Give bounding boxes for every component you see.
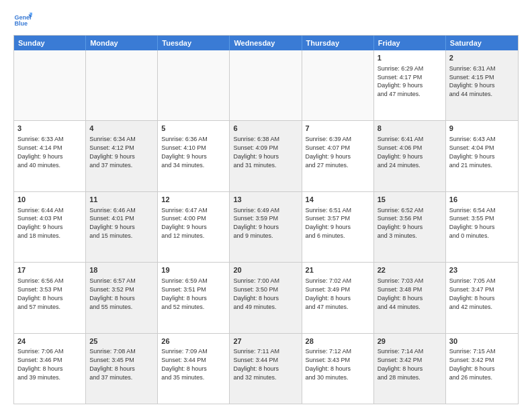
day-number: 21 — [306, 265, 370, 275]
day-number: 20 — [233, 265, 298, 275]
day-number: 15 — [378, 195, 442, 205]
cell-info: Sunrise: 6:39 AM Sunset: 4:07 PM Dayligh… — [306, 136, 352, 168]
cell-info: Sunrise: 6:33 AM Sunset: 4:14 PM Dayligh… — [17, 136, 64, 168]
cal-cell — [158, 50, 230, 120]
cal-cell: 30Sunrise: 7:15 AM Sunset: 3:42 PM Dayli… — [446, 334, 518, 404]
calendar-header: SundayMondayTuesdayWednesdayThursdayFrid… — [14, 36, 518, 50]
logo-icon: General Blue — [13, 11, 32, 30]
day-number: 13 — [233, 195, 298, 205]
cal-cell: 13Sunrise: 6:49 AM Sunset: 3:59 PM Dayli… — [230, 192, 302, 262]
cal-cell: 27Sunrise: 7:11 AM Sunset: 3:44 PM Dayli… — [230, 334, 302, 404]
cell-info: Sunrise: 6:47 AM Sunset: 4:00 PM Dayligh… — [161, 207, 208, 239]
cal-cell — [230, 50, 302, 120]
cal-cell: 11Sunrise: 6:46 AM Sunset: 4:01 PM Dayli… — [86, 192, 158, 262]
day-number: 6 — [233, 124, 298, 134]
cal-cell: 17Sunrise: 6:56 AM Sunset: 3:53 PM Dayli… — [14, 263, 86, 332]
cal-cell: 25Sunrise: 7:08 AM Sunset: 3:45 PM Dayli… — [86, 334, 158, 404]
header-day-tuesday: Tuesday — [158, 36, 230, 50]
cell-info: Sunrise: 6:34 AM Sunset: 4:12 PM Dayligh… — [89, 136, 136, 168]
cell-info: Sunrise: 6:46 AM Sunset: 4:01 PM Dayligh… — [89, 207, 136, 239]
day-number: 27 — [233, 336, 298, 347]
calendar-row-1: 3Sunrise: 6:33 AM Sunset: 4:14 PM Daylig… — [14, 120, 518, 191]
cell-info: Sunrise: 6:52 AM Sunset: 3:56 PM Dayligh… — [378, 207, 424, 239]
cell-info: Sunrise: 6:49 AM Sunset: 3:59 PM Dayligh… — [233, 207, 279, 239]
day-number: 17 — [17, 265, 82, 275]
cal-cell: 26Sunrise: 7:09 AM Sunset: 3:44 PM Dayli… — [158, 334, 230, 404]
cal-cell: 15Sunrise: 6:52 AM Sunset: 3:56 PM Dayli… — [374, 192, 446, 262]
cell-info: Sunrise: 7:11 AM Sunset: 3:44 PM Dayligh… — [233, 348, 279, 380]
header: General Blue — [13, 11, 519, 30]
cal-cell: 24Sunrise: 7:06 AM Sunset: 3:46 PM Dayli… — [14, 334, 86, 404]
day-number: 11 — [89, 195, 154, 205]
cal-cell: 28Sunrise: 7:12 AM Sunset: 3:43 PM Dayli… — [302, 334, 374, 404]
cell-info: Sunrise: 6:54 AM Sunset: 3:55 PM Dayligh… — [449, 207, 496, 239]
day-number: 2 — [449, 53, 515, 63]
day-number: 10 — [17, 195, 82, 205]
day-number: 12 — [161, 195, 226, 205]
day-number: 18 — [89, 265, 154, 275]
cell-info: Sunrise: 6:57 AM Sunset: 3:52 PM Dayligh… — [89, 277, 136, 310]
day-number: 5 — [161, 124, 226, 134]
cell-info: Sunrise: 7:08 AM Sunset: 3:45 PM Dayligh… — [89, 348, 136, 380]
day-number: 22 — [378, 265, 442, 275]
day-number: 23 — [449, 265, 515, 275]
calendar-row-4: 24Sunrise: 7:06 AM Sunset: 3:46 PM Dayli… — [14, 333, 518, 404]
cell-info: Sunrise: 6:59 AM Sunset: 3:51 PM Dayligh… — [161, 277, 208, 310]
cal-cell — [86, 50, 158, 120]
cell-info: Sunrise: 6:43 AM Sunset: 4:04 PM Dayligh… — [449, 136, 496, 168]
svg-text:Blue: Blue — [14, 20, 28, 27]
header-day-sunday: Sunday — [14, 36, 86, 50]
cell-info: Sunrise: 6:51 AM Sunset: 3:57 PM Dayligh… — [306, 207, 352, 239]
cell-info: Sunrise: 7:02 AM Sunset: 3:49 PM Dayligh… — [306, 277, 352, 310]
page: General Blue SundayMondayTuesdayWednesda… — [0, 0, 532, 411]
cal-cell: 7Sunrise: 6:39 AM Sunset: 4:07 PM Daylig… — [302, 121, 374, 191]
cell-info: Sunrise: 6:38 AM Sunset: 4:09 PM Dayligh… — [233, 136, 279, 168]
cal-cell: 3Sunrise: 6:33 AM Sunset: 4:14 PM Daylig… — [14, 121, 86, 191]
cell-info: Sunrise: 6:56 AM Sunset: 3:53 PM Dayligh… — [17, 277, 64, 310]
day-number: 30 — [449, 336, 515, 347]
cell-info: Sunrise: 7:09 AM Sunset: 3:44 PM Dayligh… — [161, 348, 208, 380]
cal-cell — [14, 50, 86, 120]
cell-info: Sunrise: 6:41 AM Sunset: 4:06 PM Dayligh… — [378, 136, 424, 168]
cal-cell: 4Sunrise: 6:34 AM Sunset: 4:12 PM Daylig… — [86, 121, 158, 191]
cell-info: Sunrise: 7:03 AM Sunset: 3:48 PM Dayligh… — [378, 277, 424, 310]
cell-info: Sunrise: 7:12 AM Sunset: 3:43 PM Dayligh… — [306, 348, 352, 380]
calendar-row-0: 1Sunrise: 6:29 AM Sunset: 4:17 PM Daylig… — [14, 50, 518, 120]
cell-info: Sunrise: 7:00 AM Sunset: 3:50 PM Dayligh… — [233, 277, 279, 310]
cal-cell: 14Sunrise: 6:51 AM Sunset: 3:57 PM Dayli… — [302, 192, 374, 262]
header-day-friday: Friday — [374, 36, 446, 50]
day-number: 8 — [378, 124, 442, 134]
header-day-saturday: Saturday — [446, 36, 518, 50]
cell-info: Sunrise: 6:44 AM Sunset: 4:03 PM Dayligh… — [17, 207, 64, 239]
cell-info: Sunrise: 6:36 AM Sunset: 4:10 PM Dayligh… — [161, 136, 208, 168]
day-number: 1 — [378, 53, 442, 63]
day-number: 29 — [378, 336, 442, 347]
day-number: 25 — [89, 336, 154, 347]
day-number: 26 — [161, 336, 226, 347]
day-number: 7 — [306, 124, 370, 134]
cell-info: Sunrise: 7:14 AM Sunset: 3:42 PM Dayligh… — [378, 348, 424, 380]
cal-cell: 20Sunrise: 7:00 AM Sunset: 3:50 PM Dayli… — [230, 263, 302, 332]
cal-cell: 6Sunrise: 6:38 AM Sunset: 4:09 PM Daylig… — [230, 121, 302, 191]
cal-cell: 12Sunrise: 6:47 AM Sunset: 4:00 PM Dayli… — [158, 192, 230, 262]
day-number: 24 — [17, 336, 82, 347]
cell-info: Sunrise: 6:29 AM Sunset: 4:17 PM Dayligh… — [378, 65, 424, 97]
cal-cell: 22Sunrise: 7:03 AM Sunset: 3:48 PM Dayli… — [374, 263, 446, 332]
cal-cell: 2Sunrise: 6:31 AM Sunset: 4:15 PM Daylig… — [446, 50, 518, 120]
header-day-wednesday: Wednesday — [230, 36, 302, 50]
cal-cell: 19Sunrise: 6:59 AM Sunset: 3:51 PM Dayli… — [158, 263, 230, 332]
cal-cell: 16Sunrise: 6:54 AM Sunset: 3:55 PM Dayli… — [446, 192, 518, 262]
cal-cell: 10Sunrise: 6:44 AM Sunset: 4:03 PM Dayli… — [14, 192, 86, 262]
cal-cell: 9Sunrise: 6:43 AM Sunset: 4:04 PM Daylig… — [446, 121, 518, 191]
cal-cell: 21Sunrise: 7:02 AM Sunset: 3:49 PM Dayli… — [302, 263, 374, 332]
calendar-body: 1Sunrise: 6:29 AM Sunset: 4:17 PM Daylig… — [14, 50, 518, 404]
cal-cell: 8Sunrise: 6:41 AM Sunset: 4:06 PM Daylig… — [374, 121, 446, 191]
calendar-row-3: 17Sunrise: 6:56 AM Sunset: 3:53 PM Dayli… — [14, 262, 518, 332]
cal-cell: 5Sunrise: 6:36 AM Sunset: 4:10 PM Daylig… — [158, 121, 230, 191]
day-number: 19 — [161, 265, 226, 275]
cell-info: Sunrise: 7:15 AM Sunset: 3:42 PM Dayligh… — [449, 348, 496, 380]
header-day-monday: Monday — [86, 36, 158, 50]
cal-cell: 23Sunrise: 7:05 AM Sunset: 3:47 PM Dayli… — [446, 263, 518, 332]
cell-info: Sunrise: 7:05 AM Sunset: 3:47 PM Dayligh… — [449, 277, 496, 310]
day-number: 28 — [306, 336, 370, 347]
